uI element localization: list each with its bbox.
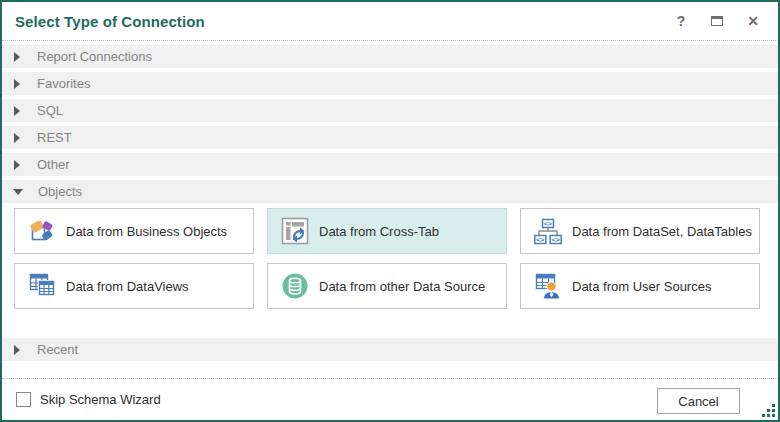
section-header-favorites[interactable]: Favorites [2, 72, 778, 95]
tile-label: Data from other Data Source [319, 279, 485, 294]
section-header-report-connections[interactable]: Report Connections [2, 45, 778, 68]
section-header-objects[interactable]: Objects [2, 180, 778, 203]
footer-bar: Skip Schema Wizard Cancel [2, 379, 778, 420]
section-label: REST [37, 130, 72, 145]
section-header-other[interactable]: Other [2, 153, 778, 176]
section-label: Favorites [37, 76, 90, 91]
resize-grip-icon[interactable] [761, 403, 775, 417]
objects-grid: Data from Business Objects Data from Cro… [2, 207, 778, 309]
chevron-right-icon [14, 52, 20, 62]
chevron-right-icon [14, 79, 20, 89]
tile-label: Data from DataSet, DataTables [572, 224, 752, 239]
tile-data-from-dataset-datatables[interactable]: <> <> <> Data from DataSet, DataTables [520, 208, 760, 254]
cross-tab-icon [281, 217, 309, 245]
skip-schema-wizard-label: Skip Schema Wizard [40, 392, 161, 407]
chevron-right-icon [14, 345, 20, 355]
chevron-right-icon [14, 106, 20, 116]
tile-data-from-other-data-source[interactable]: Data from other Data Source [267, 263, 507, 309]
dataviews-icon [28, 272, 56, 300]
business-objects-icon [28, 217, 56, 245]
chevron-right-icon [14, 133, 20, 143]
section-header-rest[interactable]: REST [2, 126, 778, 149]
skip-schema-wizard-checkbox[interactable] [16, 392, 31, 407]
tile-label: Data from User Sources [572, 279, 711, 294]
section-label: SQL [37, 103, 63, 118]
dialog-title: Select Type of Connection [15, 13, 670, 30]
maximize-glyph [711, 16, 723, 26]
svg-text:<>: <> [536, 236, 544, 244]
maximize-icon[interactable] [706, 11, 728, 31]
chevron-right-icon [14, 160, 20, 170]
connection-accordion: Report Connections Favorites SQL REST Ot… [2, 41, 778, 361]
section-label: Other [37, 157, 70, 172]
tile-data-from-business-objects[interactable]: Data from Business Objects [14, 208, 254, 254]
chevron-down-icon [13, 189, 23, 195]
tile-label: Data from DataViews [66, 279, 189, 294]
tile-data-from-cross-tab[interactable]: Data from Cross-Tab [267, 208, 507, 254]
tile-label: Data from Business Objects [66, 224, 227, 239]
window-buttons: ? ✕ [670, 11, 764, 31]
section-header-recent[interactable]: Recent [2, 338, 778, 361]
user-sources-icon [534, 272, 562, 300]
dataset-datatables-icon: <> <> <> [534, 217, 562, 245]
other-data-source-icon [281, 272, 309, 300]
close-icon[interactable]: ✕ [742, 11, 764, 31]
title-bar: Select Type of Connection ? ✕ [2, 2, 778, 41]
svg-text:<>: <> [544, 220, 552, 228]
section-label: Report Connections [37, 49, 152, 64]
cancel-button[interactable]: Cancel [657, 388, 740, 414]
tile-data-from-user-sources[interactable]: Data from User Sources [520, 263, 760, 309]
tile-data-from-dataviews[interactable]: Data from DataViews [14, 263, 254, 309]
help-icon[interactable]: ? [670, 11, 692, 31]
section-label: Objects [38, 184, 82, 199]
select-connection-dialog: Select Type of Connection ? ✕ Report Con… [0, 0, 780, 422]
svg-text:<>: <> [551, 236, 559, 244]
section-header-sql[interactable]: SQL [2, 99, 778, 122]
tile-label: Data from Cross-Tab [319, 224, 439, 239]
section-label: Recent [37, 342, 78, 357]
